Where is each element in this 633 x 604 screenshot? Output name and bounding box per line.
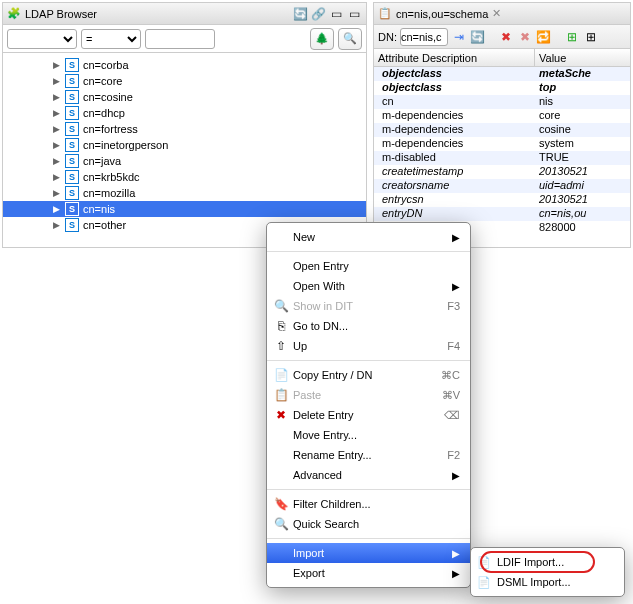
menu-item-label: New: [293, 231, 315, 243]
dn-refresh-icon[interactable]: 🔄: [470, 29, 486, 45]
attribute-row[interactable]: m-dependenciessystem: [374, 137, 630, 151]
collapse-icon[interactable]: ▭: [328, 6, 344, 22]
attribute-row[interactable]: entrycsn20130521: [374, 193, 630, 207]
tree-item[interactable]: ▶Scn=core: [3, 73, 366, 89]
tree-item[interactable]: ▶Scn=nis: [3, 201, 366, 217]
attribute-row[interactable]: m-disabledTRUE: [374, 151, 630, 165]
menu-separator: [267, 538, 470, 539]
menu-icon: ⇧: [273, 339, 289, 353]
filter-search-button[interactable]: 🔍: [338, 28, 362, 50]
menu-item-open-entry[interactable]: Open Entry: [267, 256, 470, 276]
menu-item-label: Up: [293, 340, 307, 352]
expand-arrow-icon[interactable]: ▶: [51, 188, 61, 198]
tree-item[interactable]: ▶Scn=fortress: [3, 121, 366, 137]
attr-value: 20130521: [535, 165, 630, 179]
menu-item-up[interactable]: ⇧UpF4: [267, 336, 470, 356]
tree-item-label: cn=cosine: [83, 91, 133, 103]
dn-delete2-icon[interactable]: ✖: [517, 29, 533, 45]
menu-item-label: Go to DN...: [293, 320, 348, 332]
attr-header-value[interactable]: Value: [535, 49, 630, 66]
expand-arrow-icon[interactable]: ▶: [51, 172, 61, 182]
schema-badge-icon: S: [65, 154, 79, 168]
attribute-row[interactable]: objectclassmetaSche: [374, 67, 630, 81]
tree-item[interactable]: ▶Scn=krb5kdc: [3, 169, 366, 185]
entry-tab-label[interactable]: cn=nis,ou=schema: [396, 8, 488, 20]
expand-arrow-icon[interactable]: ▶: [51, 60, 61, 70]
filter-attr-select[interactable]: [7, 29, 77, 49]
menu-item-open-with[interactable]: Open With▶: [267, 276, 470, 296]
dn-delete-icon[interactable]: ✖: [498, 29, 514, 45]
attribute-row[interactable]: creatorsnameuid=admi: [374, 179, 630, 193]
expand-arrow-icon[interactable]: ▶: [51, 140, 61, 150]
ldap-browser-title: LDAP Browser: [25, 8, 292, 20]
ldap-browser-panel: 🧩 LDAP Browser 🔄 🔗 ▭ ▭ = 🌲 🔍 ▶Scn=corba▶…: [2, 2, 367, 248]
menu-item-show-in-dit: 🔍Show in DITF3: [267, 296, 470, 316]
attr-value: metaSche: [535, 67, 630, 81]
tree-item[interactable]: ▶Scn=inetorgperson: [3, 137, 366, 153]
menu-item-import[interactable]: Import▶: [267, 543, 470, 563]
entry-tab-icon: 📋: [378, 7, 392, 20]
close-icon[interactable]: ✕: [492, 7, 501, 20]
expand-arrow-icon[interactable]: ▶: [51, 108, 61, 118]
menu-item-quick-search[interactable]: 🔍Quick Search: [267, 514, 470, 534]
tree-item[interactable]: ▶Scn=cosine: [3, 89, 366, 105]
attr-value: 20130521: [535, 193, 630, 207]
schema-badge-icon: S: [65, 138, 79, 152]
attr-header-description[interactable]: Attribute Description: [374, 49, 535, 66]
menu-item-copy-entry-dn[interactable]: 📄Copy Entry / DN⌘C: [267, 365, 470, 385]
link-icon[interactable]: 🔗: [310, 6, 326, 22]
attribute-row[interactable]: cnnis: [374, 95, 630, 109]
attr-value: nis: [535, 95, 630, 109]
menu-item-move-entry[interactable]: Move Entry...: [267, 425, 470, 445]
menu-shortcut: F3: [447, 300, 460, 312]
attribute-row[interactable]: m-dependenciescosine: [374, 123, 630, 137]
menu-item-advanced[interactable]: Advanced▶: [267, 465, 470, 485]
ldap-browser-titlebar: 🧩 LDAP Browser 🔄 🔗 ▭ ▭: [3, 3, 366, 25]
dn-history-icon[interactable]: 🔁: [536, 29, 552, 45]
attribute-row[interactable]: createtimestamp20130521: [374, 165, 630, 179]
dn-add-icon[interactable]: ⊞: [564, 29, 580, 45]
menu-item-go-to-dn[interactable]: ⎘Go to DN...: [267, 316, 470, 336]
expand-arrow-icon[interactable]: ▶: [51, 156, 61, 166]
tree-item[interactable]: ▶Scn=java: [3, 153, 366, 169]
filter-run-button[interactable]: 🌲: [310, 28, 334, 50]
submenu-item-ldif-import[interactable]: 📄LDIF Import...: [471, 552, 624, 572]
attribute-row[interactable]: entryDNcn=nis,ou: [374, 207, 630, 221]
expand-arrow-icon[interactable]: ▶: [51, 92, 61, 102]
menu-icon: ⎘: [273, 319, 289, 333]
filter-value-input[interactable]: [145, 29, 215, 49]
menu-item-delete-entry[interactable]: ✖Delete Entry⌫: [267, 405, 470, 425]
minimize-icon[interactable]: ▭: [346, 6, 362, 22]
menu-item-rename-entry[interactable]: Rename Entry...F2: [267, 445, 470, 465]
attr-name: creatorsname: [374, 179, 535, 193]
tree-item-label: cn=nis: [83, 203, 115, 215]
menu-item-label: Import: [293, 547, 324, 559]
submenu-item-dsml-import[interactable]: 📄DSML Import...: [471, 572, 624, 592]
menu-icon: 🔍: [273, 299, 289, 313]
submenu-arrow-icon: ▶: [452, 470, 460, 481]
tree-item-label: cn=fortress: [83, 123, 138, 135]
expand-arrow-icon[interactable]: ▶: [51, 76, 61, 86]
filter-op-select[interactable]: =: [81, 29, 141, 49]
schema-badge-icon: S: [65, 202, 79, 216]
menu-icon: 📋: [273, 388, 289, 402]
tree-item[interactable]: ▶Scn=mozilla: [3, 185, 366, 201]
expand-arrow-icon[interactable]: ▶: [51, 220, 61, 230]
menu-item-label: Open With: [293, 280, 345, 292]
dn-input[interactable]: [400, 28, 448, 46]
menu-item-export[interactable]: Export▶: [267, 563, 470, 583]
menu-item-label: Delete Entry: [293, 409, 354, 421]
tree-item[interactable]: ▶Scn=dhcp: [3, 105, 366, 121]
menu-shortcut: ⌘V: [442, 389, 460, 402]
dn-go-icon[interactable]: ⇥: [451, 29, 467, 45]
expand-arrow-icon[interactable]: ▶: [51, 124, 61, 134]
attribute-row[interactable]: objectclasstop: [374, 81, 630, 95]
menu-item-filter-children[interactable]: 🔖Filter Children...: [267, 494, 470, 514]
refresh-icon[interactable]: 🔄: [292, 6, 308, 22]
dn-grid-icon[interactable]: ⊞: [583, 29, 599, 45]
menu-item-label: Show in DIT: [293, 300, 353, 312]
menu-item-new[interactable]: New▶: [267, 227, 470, 247]
tree-item[interactable]: ▶Scn=corba: [3, 57, 366, 73]
attribute-row[interactable]: m-dependenciescore: [374, 109, 630, 123]
expand-arrow-icon[interactable]: ▶: [51, 204, 61, 214]
